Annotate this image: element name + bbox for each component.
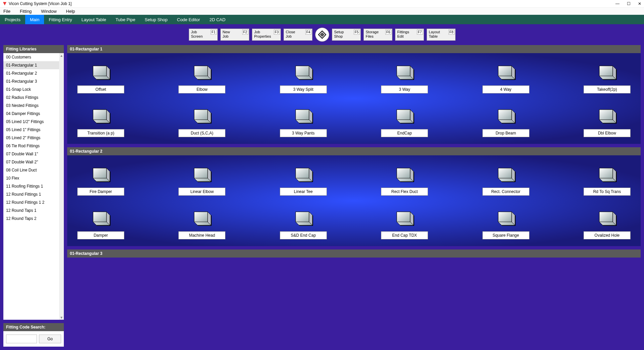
fitting-card[interactable]: Rd To Sq Trans [584,162,631,196]
menu-fitting[interactable]: Fitting [20,9,32,14]
fitting-card[interactable]: Duct (S,C,A) [178,104,225,137]
library-item[interactable]: 11 Roofing Fittings 1 [3,182,59,190]
tab-fitting-entry[interactable]: Fitting Entry [44,15,77,24]
fkey-f3-button[interactable]: JobPropertiesF3 [252,29,281,41]
fitting-thumbnail [391,206,418,229]
fitting-section: 01-Rectangular 1 Offset Elbow 3 Way Spli… [67,45,641,144]
section-header: 01-Rectangular 1 [67,45,641,53]
fitting-card[interactable]: Linear Tee [280,162,327,196]
library-item[interactable]: 03 Nested Fittings [3,102,59,110]
library-item[interactable]: 08 Coil Line Duct [3,166,59,174]
scroll-up-icon[interactable]: ▲ [59,53,64,58]
window-close-button[interactable]: ✕ [638,1,641,6]
library-item[interactable]: 02 Radius Fittings [3,93,59,102]
fitting-label: Machine Head [178,231,225,239]
fitting-section: 01-Rectangular 2 Fire Damper Linear Elbo… [67,147,641,246]
library-item[interactable]: 07 Double Wall 2" [3,158,59,166]
library-item[interactable]: 01-Rectangular 2 [3,69,59,77]
menu-help[interactable]: Help [66,9,75,14]
library-item[interactable]: 01-Rectangular 3 [3,77,59,85]
fkey-f8-button[interactable]: LayoutTableF8 [427,29,456,41]
tab-code-editor[interactable]: Code Editor [172,15,205,24]
tab-projects[interactable]: Projects [0,15,25,24]
menubar: File Fitting Window Help [0,7,644,15]
window-maximize-button[interactable]: ☐ [627,1,631,6]
fitting-card[interactable]: S&D End Cap [280,206,327,239]
library-item[interactable]: 04 Damper Fittings [3,110,59,118]
fitting-card[interactable]: Rect Flex Duct [381,162,428,196]
fitting-card[interactable]: Transition (a p) [77,104,124,137]
fitting-card[interactable]: 3 Way [381,60,428,93]
menu-window[interactable]: Window [41,9,56,14]
fitting-card[interactable]: Ovalized Hole [584,206,631,239]
svg-marker-16 [498,66,512,76]
library-item[interactable]: 00 Customers [3,53,59,61]
svg-marker-19 [599,66,613,76]
library-item[interactable]: 12 Round Fittings 1 2 [3,198,59,206]
fitting-card[interactable]: 4 Way [482,60,529,93]
fkey-f1-button[interactable]: JobScreenF1 [189,29,218,41]
tab-main[interactable]: Main [25,15,44,24]
fitting-label: Offset [77,85,124,93]
menu-file[interactable]: File [3,9,10,14]
fitting-search-go-button[interactable]: Go [39,335,61,343]
svg-marker-61 [194,212,208,222]
fitting-thumbnail [188,60,215,83]
tab-setup-shop[interactable]: Setup Shop [140,15,172,24]
fkey-f7-button[interactable]: FittingsEditF7 [395,29,424,41]
tab-tube-pipe[interactable]: Tube Pipe [111,15,140,24]
svg-marker-0 [3,2,6,5]
fitting-label: Drop Beam [482,129,529,137]
fitting-card[interactable]: Takeoff(2p) [584,60,631,93]
library-item[interactable]: 12 Round Taps 1 [3,206,59,215]
fitting-label: Ovalized Hole [584,231,631,239]
fitting-card[interactable]: EndCap [381,104,428,137]
fitting-thumbnail [87,162,114,186]
library-item[interactable]: 01-Rectangular 1 [3,61,59,69]
fitting-card[interactable]: Machine Head [178,206,225,239]
library-item[interactable]: 12 Round Fittings 1 [3,190,59,198]
fitting-card[interactable]: Damper [77,206,124,239]
fitting-libraries-header: Fitting Libraries [3,45,64,53]
fitting-card[interactable]: Fire Damper [77,162,124,196]
fkey-f4-button[interactable]: CloseJobF4 [284,29,312,41]
fitting-libraries-list: 00 Customers01-Rectangular 101-Rectangul… [3,53,64,320]
library-item[interactable]: 07 Double Wall 1" [3,150,59,158]
window-minimize-button[interactable]: — [615,1,619,6]
svg-marker-4 [93,66,106,76]
library-item[interactable]: 01-Snap Lock [3,85,59,93]
fkey-f2-button[interactable]: NewJobF2 [220,29,249,41]
fitting-card[interactable]: End Cap TDX [381,206,428,239]
home-button[interactable] [315,28,329,42]
fkey-f5-button[interactable]: SetupShopF5 [332,29,361,41]
fitting-card[interactable]: Square Flange [482,206,529,239]
fitting-card[interactable]: Rect. Connector [482,162,529,196]
library-item[interactable]: 12 Round Taps 2 [3,215,59,223]
fitting-card[interactable]: Drop Beam [482,104,529,137]
fitting-card[interactable]: Linear Elbow [178,162,225,196]
sidebar-scrollbar[interactable]: ▲ ▼ [59,53,64,320]
library-item[interactable]: 05 Lined 1" Fittings [3,126,59,134]
fitting-card[interactable]: Dbl Elbow [584,104,631,137]
tab-2d-cad[interactable]: 2D CAD [205,15,230,24]
library-item[interactable]: 10 Flex [3,174,59,182]
library-item[interactable]: 05 Lined 2" Fittings [3,134,59,142]
fitting-card[interactable]: 3 Way Pants [280,104,327,137]
fitting-label: Transition (a p) [77,129,124,137]
fitting-card[interactable]: Offset [77,60,124,93]
fitting-label: End Cap TDX [381,231,428,239]
library-item[interactable]: 05 Lined 1/2" Fittings [3,118,59,126]
svg-marker-31 [397,110,410,120]
tab-layout-table[interactable]: Layout Table [77,15,111,24]
fitting-label: Elbow [178,85,225,93]
fitting-card[interactable]: 3 Way Split [280,60,327,93]
svg-marker-64 [296,212,309,222]
fitting-thumbnail [492,60,519,83]
library-item[interactable]: 06 Tie Rod Fittings [3,142,59,150]
scroll-down-icon[interactable]: ▼ [59,315,64,320]
fitting-label: EndCap [381,129,428,137]
svg-marker-28 [296,110,309,120]
fkey-f6-button[interactable]: StorageFilesF6 [363,29,392,41]
fitting-search-input[interactable] [6,335,37,343]
fitting-card[interactable]: Elbow [178,60,225,93]
